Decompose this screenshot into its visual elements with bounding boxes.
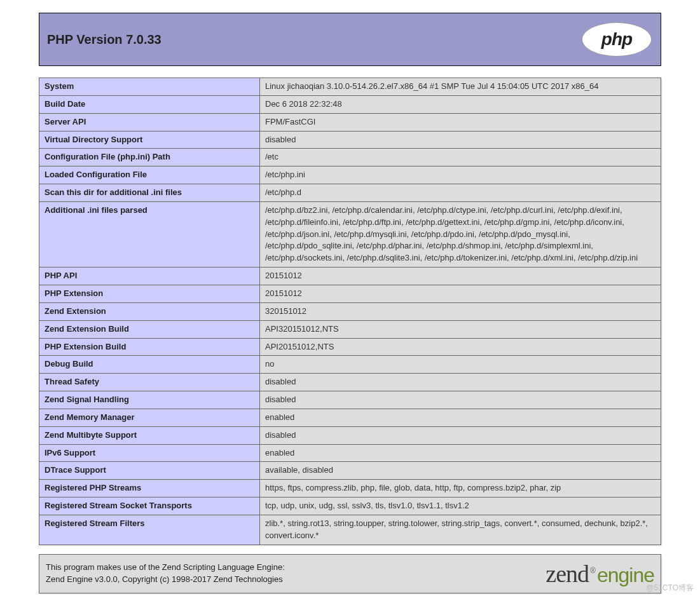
info-label: Zend Multibyte Support (39, 426, 260, 444)
table-row: Debug Buildno (39, 356, 661, 374)
info-value: API20151012,NTS (260, 338, 661, 356)
info-label: Registered Stream Filters (39, 515, 260, 545)
zend-engine-box: This program makes use of the Zend Scrip… (39, 554, 661, 593)
info-value: /etc/php.d (260, 184, 661, 202)
info-value: disabled (260, 131, 661, 149)
info-value: disabled (260, 426, 661, 444)
info-label: Zend Extension Build (39, 320, 260, 338)
info-label: Registered Stream Socket Transports (39, 498, 260, 515)
info-label: Server API (39, 113, 260, 131)
page-title: PHP Version 7.0.33 (47, 32, 161, 47)
table-row: Registered Stream Filterszlib.*, string.… (39, 515, 661, 545)
info-value: enabled (260, 444, 661, 462)
info-label: Zend Signal Handling (39, 391, 260, 409)
info-label: Zend Memory Manager (39, 409, 260, 426)
info-label: Registered PHP Streams (39, 480, 260, 498)
info-value: Dec 6 2018 22:32:48 (260, 95, 661, 113)
table-row: IPv6 Supportenabled (39, 444, 661, 462)
info-value: https, ftps, compress.zlib, php, file, g… (260, 480, 661, 498)
info-value: /etc (260, 149, 661, 166)
info-value: no (260, 356, 661, 374)
table-row: Zend Signal Handlingdisabled (39, 391, 661, 409)
table-row: SystemLinux jichaoqian 3.10.0-514.26.2.e… (39, 78, 661, 96)
table-row: Zend Extension320151012 (39, 302, 661, 320)
table-row: PHP Extension BuildAPI20151012,NTS (39, 338, 661, 356)
info-label: Scan this dir for additional .ini files (39, 184, 260, 202)
table-row: Zend Memory Managerenabled (39, 409, 661, 426)
info-label: PHP Extension Build (39, 338, 260, 356)
info-value: FPM/FastCGI (260, 113, 661, 131)
zend-logo: zend ® engine (546, 560, 654, 588)
info-value: /etc/php.ini (260, 166, 661, 184)
table-row: DTrace Supportavailable, disabled (39, 462, 661, 480)
php-info-table: SystemLinux jichaoqian 3.10.0-514.26.2.e… (39, 78, 661, 545)
info-label: IPv6 Support (39, 444, 260, 462)
table-row: Server APIFPM/FastCGI (39, 113, 661, 131)
zend-logo-zend: zend (546, 560, 589, 588)
info-label: Additional .ini files parsed (39, 201, 260, 267)
table-row: Thread Safetydisabled (39, 374, 661, 391)
php-version-header: PHP Version 7.0.33 php (39, 13, 661, 66)
table-row: Zend Extension BuildAPI320151012,NTS (39, 320, 661, 338)
info-value: disabled (260, 391, 661, 409)
info-label: Thread Safety (39, 374, 260, 391)
table-row: Virtual Directory Supportdisabled (39, 131, 661, 149)
table-row: Additional .ini files parsed/etc/php.d/b… (39, 201, 661, 267)
info-label: Zend Extension (39, 302, 260, 320)
info-label: Build Date (39, 95, 260, 113)
info-label: System (39, 78, 260, 96)
table-row: Build DateDec 6 2018 22:32:48 (39, 95, 661, 113)
info-value: enabled (260, 409, 661, 426)
table-row: Configuration File (php.ini) Path/etc (39, 149, 661, 166)
info-label: Virtual Directory Support (39, 131, 260, 149)
info-value: tcp, udp, unix, udg, ssl, sslv3, tls, tl… (260, 498, 661, 515)
zend-line-2: Zend Engine v3.0.0, Copyright (c) 1998-2… (46, 574, 285, 585)
watermark: @51CTO博客 (646, 583, 694, 593)
info-label: Configuration File (php.ini) Path (39, 149, 260, 166)
table-row: Scan this dir for additional .ini files/… (39, 184, 661, 202)
info-label: DTrace Support (39, 462, 260, 480)
info-value: zlib.*, string.rot13, string.toupper, st… (260, 515, 661, 545)
info-value: disabled (260, 374, 661, 391)
php-logo-text: php (601, 29, 632, 50)
zend-engine-text: This program makes use of the Zend Scrip… (46, 562, 285, 585)
info-value: /etc/php.d/bz2.ini, /etc/php.d/calendar.… (260, 201, 661, 267)
zend-logo-reg: ® (590, 566, 596, 575)
info-value: 20151012 (260, 285, 661, 302)
info-label: PHP API (39, 268, 260, 285)
zend-line-1: This program makes use of the Zend Scrip… (46, 562, 285, 573)
info-value: available, disabled (260, 462, 661, 480)
info-label: PHP Extension (39, 285, 260, 302)
info-value: 320151012 (260, 302, 661, 320)
info-value: API320151012,NTS (260, 320, 661, 338)
info-value: 20151012 (260, 268, 661, 285)
table-row: PHP API20151012 (39, 268, 661, 285)
table-row: Registered PHP Streamshttps, ftps, compr… (39, 480, 661, 498)
table-row: Zend Multibyte Supportdisabled (39, 426, 661, 444)
table-row: Loaded Configuration File/etc/php.ini (39, 166, 661, 184)
info-value: Linux jichaoqian 3.10.0-514.26.2.el7.x86… (260, 78, 661, 96)
php-logo: php (582, 22, 652, 57)
info-label: Debug Build (39, 356, 260, 374)
table-row: Registered Stream Socket Transportstcp, … (39, 498, 661, 515)
table-row: PHP Extension20151012 (39, 285, 661, 302)
info-label: Loaded Configuration File (39, 166, 260, 184)
